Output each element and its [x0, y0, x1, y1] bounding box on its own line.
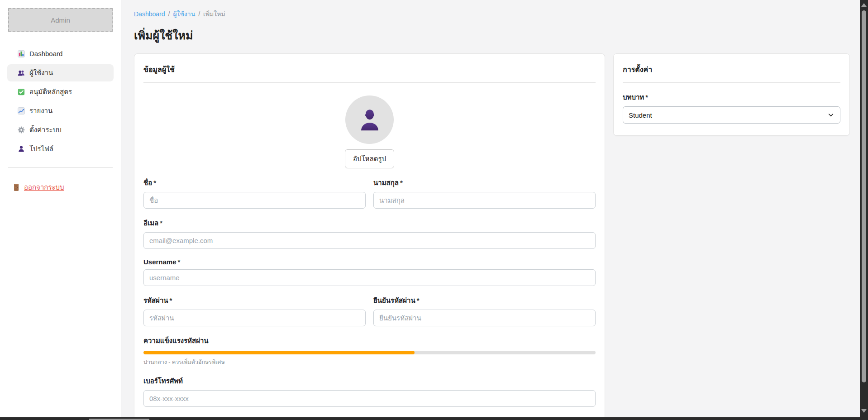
sidebar-item-label: ผู้ใช้งาน — [29, 68, 53, 77]
horizontal-scrollbar[interactable] — [0, 417, 868, 420]
sidebar-nav: Dashboard ผู้ใช้งาน อนุมัติหลักสูตร รายง… — [0, 45, 121, 158]
last-name-input[interactable] — [373, 192, 596, 209]
settings-card-title: การตั้งค่า — [623, 63, 840, 82]
breadcrumb-current: เพิ่มใหม่ — [203, 9, 225, 19]
report-icon — [17, 107, 25, 115]
confirm-password-input[interactable] — [373, 310, 596, 326]
user-info-card: ข้อมูลผู้ใช้ อัปโหลดรูป ชื่อ* — [134, 53, 605, 417]
username-label: Username* — [143, 258, 596, 266]
sidebar-item-label: Dashboard — [29, 49, 62, 58]
sidebar-item-system-settings[interactable]: ตั้งค่าระบบ — [7, 121, 114, 138]
breadcrumb: Dashboard / ผู้ใช้งาน / เพิ่มใหม่ — [134, 9, 850, 19]
sidebar-item-reports[interactable]: รายงาน — [7, 102, 114, 119]
logo-text: Admin — [51, 16, 70, 24]
user-card-title: ข้อมูลผู้ใช้ — [143, 63, 596, 82]
person-icon — [356, 106, 384, 134]
vertical-scrollbar[interactable] — [860, 0, 868, 417]
sidebar-item-label: ตั้งค่าระบบ — [29, 125, 62, 134]
chevron-down-icon — [827, 111, 835, 119]
logout-link[interactable]: ออกจากระบบ — [7, 178, 114, 197]
password-input[interactable] — [143, 310, 366, 326]
phone-label: เบอร์โทรศัพท์ — [143, 376, 596, 387]
settings-card: การตั้งค่า บทบาท* Student — [613, 53, 850, 136]
password-strength-fill — [143, 351, 415, 354]
vertical-scrollbar-thumb[interactable] — [862, 10, 866, 382]
users-icon — [17, 69, 25, 77]
upload-photo-button[interactable]: อัปโหลดรูป — [345, 149, 394, 168]
breadcrumb-separator: / — [168, 10, 170, 18]
first-name-input[interactable] — [143, 192, 366, 209]
card-divider — [143, 82, 596, 83]
dashboard-icon — [17, 50, 25, 58]
logo-placeholder: Admin — [8, 8, 113, 32]
sidebar-item-users[interactable]: ผู้ใช้งาน — [7, 64, 114, 81]
sidebar-divider — [8, 167, 113, 168]
username-input[interactable] — [143, 269, 596, 286]
sidebar: Admin Dashboard ผู้ใช้งาน อนุมัติหลักสูต… — [0, 0, 121, 417]
door-icon — [13, 183, 20, 191]
breadcrumb-dashboard[interactable]: Dashboard — [134, 10, 165, 18]
app-window: Admin Dashboard ผู้ใช้งาน อนุมัติหลักสูต… — [0, 0, 868, 420]
page-title: เพิ่มผู้ใช้ใหม่ — [134, 26, 850, 44]
password-strength-bar — [143, 351, 596, 354]
role-select[interactable]: Student — [623, 106, 840, 124]
email-label: อีเมล* — [143, 218, 596, 229]
sidebar-item-label: โปรไฟล์ — [29, 144, 53, 153]
breadcrumb-separator: / — [198, 10, 200, 18]
email-input[interactable] — [143, 232, 596, 249]
sidebar-item-label: รายงาน — [29, 106, 52, 115]
profile-icon — [17, 145, 25, 153]
logout-label: ออกจากระบบ — [24, 182, 64, 193]
avatar — [345, 95, 394, 144]
sidebar-item-dashboard[interactable]: Dashboard — [7, 45, 114, 62]
main-content: Dashboard / ผู้ใช้งาน / เพิ่มใหม่ เพิ่มผ… — [121, 0, 860, 417]
sidebar-item-course-approval[interactable]: อนุมัติหลักสูตร — [7, 83, 114, 100]
scroll-up-arrow-icon[interactable] — [861, 3, 867, 7]
breadcrumb-users[interactable]: ผู้ใช้งาน — [173, 9, 195, 19]
password-label: รหัสผ่าน* — [143, 295, 366, 306]
sidebar-item-label: อนุมัติหลักสูตร — [29, 87, 72, 96]
sidebar-item-profile[interactable]: โปรไฟล์ — [7, 140, 114, 158]
settings-icon — [17, 126, 25, 134]
phone-input[interactable] — [143, 390, 596, 407]
password-strength-helper: ปานกลาง - ควรเพิ่มตัวอักษรพิเศษ — [143, 358, 596, 367]
card-divider — [623, 82, 840, 83]
scroll-down-arrow-icon[interactable] — [861, 409, 867, 413]
first-name-label: ชื่อ* — [143, 177, 366, 188]
password-strength-label: ความแข็งแรงรหัสผ่าน — [143, 335, 596, 346]
role-selected-value: Student — [629, 111, 652, 119]
last-name-label: นามสกุล* — [373, 177, 596, 188]
approve-icon — [17, 88, 25, 96]
role-label: บทบาท* — [623, 92, 840, 103]
confirm-password-label: ยืนยันรหัสผ่าน* — [373, 295, 596, 306]
